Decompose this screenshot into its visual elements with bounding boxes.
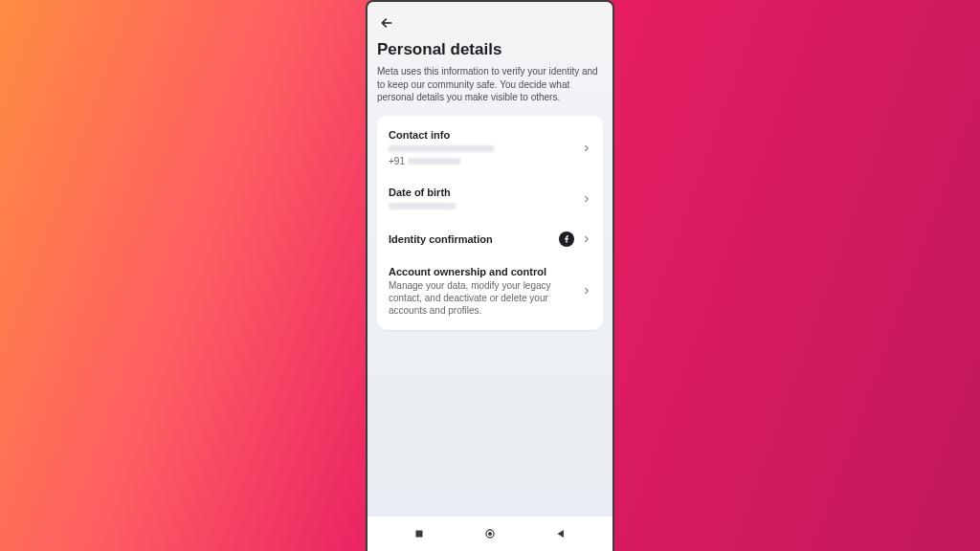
contact-info-row[interactable]: Contact info +91 [377, 120, 603, 177]
svg-point-2 [488, 532, 492, 536]
settings-card: Contact info +91 Date of birth Identity … [377, 116, 603, 330]
identity-title: Identity confirmation [389, 233, 551, 245]
svg-rect-0 [416, 531, 423, 538]
chevron-right-icon [582, 286, 591, 296]
back-button[interactable] [377, 13, 396, 33]
account-ownership-row[interactable]: Account ownership and control Manage you… [377, 256, 603, 326]
page-subtitle: Meta uses this information to verify you… [377, 65, 603, 104]
chevron-right-icon [582, 143, 591, 153]
nav-back-button[interactable] [542, 522, 580, 545]
contact-info-email [389, 143, 574, 155]
identity-confirmation-row[interactable]: Identity confirmation [377, 222, 603, 256]
page-title: Personal details [377, 40, 603, 59]
facebook-icon [559, 231, 574, 247]
triangle-left-icon [554, 527, 568, 540]
dob-value [389, 200, 574, 212]
date-of-birth-row[interactable]: Date of birth [377, 177, 603, 222]
nav-recents-button[interactable] [400, 522, 438, 545]
system-nav-bar [368, 517, 612, 551]
contact-info-phone: +91 [389, 155, 574, 167]
ownership-description: Manage your data, modify your legacy con… [389, 279, 574, 317]
chevron-right-icon [582, 194, 591, 204]
screen: Personal details Meta uses this informat… [368, 2, 612, 517]
nav-home-button[interactable] [471, 522, 509, 545]
dob-title: Date of birth [389, 187, 574, 198]
square-icon [412, 527, 426, 540]
ownership-title: Account ownership and control [389, 266, 574, 277]
contact-info-title: Contact info [389, 129, 574, 141]
chevron-right-icon [582, 234, 591, 244]
phone-frame: Personal details Meta uses this informat… [366, 0, 614, 551]
arrow-left-icon [379, 15, 394, 31]
circle-icon [483, 527, 497, 540]
